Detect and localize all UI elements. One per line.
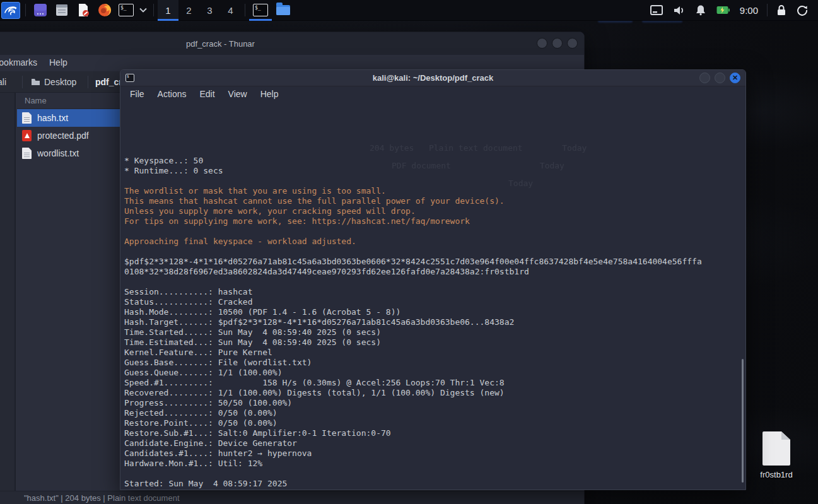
thunar-side-pane — [0, 93, 16, 491]
terminal-icon: $_ — [119, 4, 134, 16]
terminal-menu-view[interactable]: View — [228, 89, 247, 99]
terminal-output-line: Restore.Point....: 0/50 (0.00%) — [124, 418, 745, 428]
lock-screen-button[interactable] — [776, 4, 786, 16]
file-manager-launcher[interactable] — [52, 2, 71, 19]
terminal-output-line: The wordlist or mask that you are using … — [124, 186, 745, 196]
terminal-output-line: Rejected.........: 0/50 (0.00%) — [124, 408, 745, 418]
terminal-titlebar[interactable]: $ kali@kali: ~/Desktop/pdf_crack ✕ — [120, 70, 745, 86]
terminal-icon: $ — [126, 74, 134, 82]
lock-icon — [776, 4, 786, 16]
pathbar-divider — [22, 76, 23, 88]
thunar-maximize-button[interactable] — [552, 38, 563, 49]
applications-menu-button[interactable] — [1, 2, 20, 19]
terminal-output-line: Hash.Mode........: 10500 (PDF 1.4 - 1.6 … — [124, 307, 745, 317]
terminal-launcher-dropdown[interactable] — [138, 2, 148, 19]
ghost-file-row: 204 bytes Plain text document Today — [370, 143, 587, 153]
terminal-scrollbar-thumb[interactable] — [742, 359, 744, 483]
terminal-output-line: Speed.#1.........: 158 H/s (0.30ms) @ Ac… — [124, 378, 745, 388]
terminal-output-line: Approaching final keyspace - workload ad… — [124, 237, 745, 247]
terminal-minimize-button[interactable] — [699, 73, 710, 83]
firefox-launcher[interactable] — [95, 2, 114, 19]
terminal-output-line — [124, 176, 745, 186]
terminal-close-button[interactable]: ✕ — [730, 73, 740, 83]
terminal-content[interactable]: 204 bytes Plain text document Today PDF … — [120, 102, 745, 489]
terminal-launcher[interactable]: $_ — [117, 2, 136, 19]
dashboard-icon — [33, 3, 48, 18]
file-name: hash.txt — [37, 113, 68, 123]
thunar-menu-help[interactable]: Help — [49, 57, 67, 67]
terminal-output-line — [124, 469, 745, 479]
terminal-output: * Keyspace..: 50* Runtime...: 0 secs The… — [124, 156, 745, 489]
terminal-window-title: kali@kali: ~/Desktop/pdf_crack — [373, 73, 494, 83]
terminal-output-line: Kernel.Feature...: Pure Kernel — [124, 348, 745, 358]
terminal-output-line: Guess.Base.......: File (wordlist.txt) — [124, 358, 745, 368]
logout-button[interactable] — [797, 4, 808, 16]
clock[interactable]: 9:00 — [740, 5, 758, 16]
battery-indicator[interactable] — [716, 6, 730, 15]
pathbar-item-desktop[interactable]: Desktop — [26, 74, 81, 90]
panel-separator — [767, 4, 768, 16]
thunar-statusbar: "hash.txt" | 204 bytes | Plain text docu… — [0, 491, 584, 504]
panel-separator — [245, 4, 245, 16]
workspace-button-4[interactable]: 4 — [220, 0, 241, 21]
display-settings-button[interactable] — [650, 5, 663, 15]
pdf-file-icon — [22, 130, 32, 141]
bell-icon — [695, 4, 706, 16]
terminal-icon: $_ — [253, 4, 268, 16]
terminal-menu-file[interactable]: File — [130, 89, 144, 99]
kali-logo-icon — [3, 3, 18, 17]
file-name: wordlist.txt — [37, 148, 79, 158]
thunar-menu-bookmarks[interactable]: Bookmarks — [0, 57, 37, 67]
terminal-output-line: $pdf$2*3*128*-4*1*16*d05276a71ab81c45a6a… — [124, 257, 745, 267]
folder-icon — [31, 78, 40, 86]
thunar-minimize-button[interactable] — [537, 38, 547, 49]
terminal-window: $ kali@kali: ~/Desktop/pdf_crack ✕ File … — [120, 69, 746, 490]
terminal-output-line: This means that hashcat cannot use the f… — [124, 196, 745, 206]
terminal-output-line: Candidate.Engine.: Device Generator — [124, 438, 745, 448]
volume-button[interactable] — [673, 5, 685, 16]
notifications-button[interactable] — [695, 4, 706, 16]
file-name: protected.pdf — [37, 131, 89, 141]
taskbar-terminal-task[interactable]: $_ — [249, 0, 272, 21]
terminal-output-line: Status...........: Cracked — [124, 297, 745, 307]
top-panel: $_ 1 2 3 4 $_ — [0, 0, 818, 21]
thunar-titlebar[interactable]: pdf_crack - Thunar — [0, 32, 584, 55]
terminal-menu-help[interactable]: Help — [260, 89, 279, 99]
desktop: pdf_crack - Thunar Bookmarks Help kali D… — [0, 0, 818, 504]
firefox-icon — [97, 3, 112, 18]
terminal-menu-actions[interactable]: Actions — [158, 89, 187, 99]
terminal-output-line: Candidates.#1....: hunter2 → hypernova — [124, 448, 745, 459]
display-icon — [650, 5, 663, 15]
workspace-button-1[interactable]: 1 — [158, 0, 178, 21]
terminal-output-line — [124, 226, 745, 237]
workspace-button-3[interactable]: 3 — [199, 0, 220, 21]
terminal-output-line — [124, 247, 745, 257]
panel-separator — [153, 4, 154, 16]
terminal-output-line: Time.Started.....: Sun May 4 08:59:40 20… — [124, 327, 745, 337]
pathbar-divider — [88, 76, 88, 88]
text-editor-launcher[interactable] — [74, 2, 93, 19]
speaker-icon — [673, 5, 685, 16]
terminal-output-line: Time.Estimated...: Sun May 4 08:59:40 20… — [124, 337, 745, 348]
text-editor-icon — [76, 3, 91, 18]
folder-icon — [276, 5, 290, 15]
desktop-icon-fr0stb1rd[interactable]: fr0stb1rd — [753, 431, 800, 479]
terminal-output-line: Progress.........: 50/50 (100.00%) — [124, 398, 745, 408]
terminal-output-line: 0108*32*38d28f6967ed3a8602824da3d47449ce… — [124, 267, 745, 277]
power-cycle-icon — [797, 4, 808, 16]
terminal-menu-edit[interactable]: Edit — [199, 89, 214, 99]
pathbar-item-kali[interactable]: kali — [0, 74, 11, 90]
terminal-scrollbar[interactable] — [740, 102, 745, 489]
thunar-window-title: pdf_crack - Thunar — [186, 39, 255, 49]
terminal-menubar: File Actions Edit View Help — [120, 86, 745, 102]
terminal-output-line: Hardware.Mon.#1..: Util: 12% — [124, 459, 745, 469]
document-icon — [762, 431, 790, 466]
thunar-close-button[interactable] — [567, 38, 578, 49]
terminal-output-line — [124, 277, 745, 287]
terminal-output-line: Guess.Queue......: 1/1 (100.00%) — [124, 368, 745, 378]
terminal-maximize-button[interactable] — [715, 73, 725, 83]
dashboard-launcher[interactable] — [31, 2, 50, 19]
ghost-file-row: Today — [508, 179, 533, 189]
taskbar-file-manager-task[interactable] — [272, 0, 295, 21]
workspace-button-2[interactable]: 2 — [178, 0, 199, 21]
